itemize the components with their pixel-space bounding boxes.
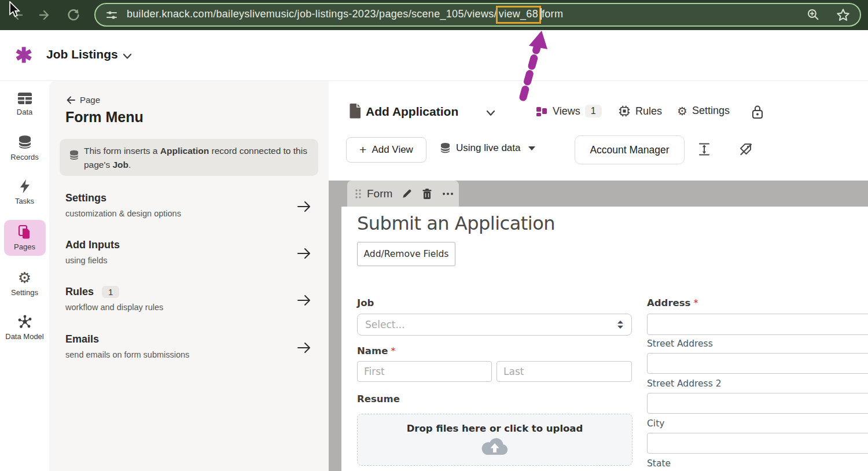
zoom-in-icon[interactable] (806, 8, 821, 22)
more-options-icon[interactable] (442, 192, 454, 196)
database-icon (440, 142, 451, 154)
form-preview-title: Submit an Application (357, 212, 555, 234)
browser-reload-button[interactable] (65, 6, 82, 24)
address-input[interactable] (647, 314, 868, 335)
menu-item-rules[interactable]: Rules1 workflow and display rules (65, 286, 314, 324)
nav-item-settings[interactable]: ⚙ Settings (4, 267, 46, 300)
knack-logo-icon[interactable]: ✱ (15, 43, 32, 68)
app-name: Job Listings (46, 47, 118, 61)
first-name-input[interactable] (357, 361, 492, 382)
site-settings-icon[interactable] (105, 8, 119, 22)
view-title-chevron-icon[interactable] (486, 109, 496, 117)
app-menu-chevron-icon[interactable] (122, 52, 133, 60)
nav-item-tasks[interactable]: Tasks (4, 176, 46, 208)
gear-icon: ⚙ (677, 105, 687, 117)
arrow-right-icon (297, 341, 312, 354)
address-field-label: Address* (647, 297, 698, 308)
drag-handle-icon[interactable] (354, 188, 362, 200)
database-icon (17, 135, 32, 150)
city-label: City (647, 418, 664, 429)
resume-field-label: Resume (357, 393, 400, 404)
nav-item-data[interactable]: Data (4, 88, 46, 120)
table-icon (17, 92, 32, 105)
forward-arrow-icon (38, 8, 53, 23)
chip-icon (618, 105, 631, 117)
caret-down-icon (528, 146, 535, 150)
job-select[interactable]: Select... (357, 314, 632, 336)
url-text[interactable]: builder.knack.com/baileyslivemusic/job-l… (127, 6, 563, 24)
form-menu-panel: Page Form Menu This form inserts a Appli… (49, 81, 329, 471)
resume-dropzone[interactable]: Drop files here or click to upload (357, 414, 632, 466)
primary-nav-rail: Data Records Tasks Pages ⚙ Settings Data… (0, 81, 49, 471)
reload-icon (66, 8, 81, 23)
rules-count-badge: 1 (102, 286, 119, 298)
views-blocks-icon (536, 106, 548, 117)
city-input[interactable] (647, 433, 868, 454)
add-remove-fields-button[interactable]: Add/Remove Fields (357, 242, 455, 266)
builder-main-area: Add Application Views 1 Rules ⚙ Settings… (329, 81, 868, 471)
form-view-header[interactable]: Form (347, 181, 459, 207)
cloud-upload-icon (480, 437, 509, 457)
name-field-label: Name* (357, 345, 396, 356)
street-address2-input[interactable] (647, 393, 868, 414)
bookmark-star-icon[interactable] (836, 8, 851, 23)
nav-item-records[interactable]: Records (4, 132, 46, 164)
form-info-text: This form inserts a Application record c… (84, 144, 312, 172)
arrow-right-icon (297, 294, 312, 307)
state-label: State (647, 458, 671, 469)
browser-toolbar: builder.knack.com/baileyslivemusic/job-l… (0, 0, 868, 30)
edit-pencil-icon[interactable] (402, 188, 413, 199)
preview-canvas: Form Submit an Application Add/Remove Fi… (329, 181, 868, 471)
select-arrows-icon (617, 320, 624, 329)
form-view-label: Form (367, 187, 392, 200)
tab-rules[interactable]: Rules (618, 105, 662, 117)
lightning-icon (18, 179, 32, 194)
street-address-label: Street Address (647, 338, 713, 349)
required-asterisk: * (391, 345, 395, 356)
nav-item-pages[interactable]: Pages (4, 220, 46, 256)
arrow-right-icon (297, 247, 312, 260)
knack-builder-screen: builder.knack.com/baileyslivemusic/job-l… (0, 0, 868, 471)
mouse-cursor (8, 1, 24, 19)
view-title: Add Application (366, 105, 458, 119)
page-doc-icon (350, 103, 362, 119)
fit-height-icon[interactable] (697, 142, 711, 156)
browser-forward-button[interactable] (36, 6, 54, 24)
data-mode-dropdown[interactable]: Using live data (440, 142, 535, 154)
nav-item-data-model[interactable]: Data Model (4, 311, 46, 344)
tag-off-icon[interactable] (739, 142, 753, 156)
last-name-input[interactable] (496, 361, 632, 382)
url-highlight-box: view_68 (496, 6, 541, 24)
back-arrow-icon (65, 95, 76, 105)
menu-item-add-inputs[interactable]: Add Inputs using fields (65, 239, 314, 277)
plus-icon: + (359, 145, 366, 155)
add-view-button[interactable]: + Add View (346, 137, 426, 163)
job-field-label: Job (357, 297, 374, 308)
back-to-page-link[interactable]: Page (65, 95, 100, 105)
menu-item-emails[interactable]: Emails send emails on form submissions (65, 333, 314, 371)
arrow-right-icon (297, 200, 312, 213)
address-bar[interactable]: builder.knack.com/baileyslivemusic/job-l… (94, 3, 861, 27)
pages-icon (17, 225, 32, 240)
app-header: ✱ Job Listings (0, 30, 868, 81)
menu-item-settings[interactable]: Settings customization & design options (65, 192, 314, 230)
tab-views[interactable]: Views 1 (536, 105, 602, 117)
form-preview-sheet: Submit an Application Add/Remove Fields … (341, 207, 868, 471)
delete-trash-icon[interactable] (422, 188, 432, 200)
gear-icon: ⚙ (18, 270, 31, 285)
database-icon (69, 150, 79, 161)
views-count-badge: 1 (585, 105, 602, 117)
required-asterisk: * (693, 297, 698, 308)
tab-settings[interactable]: ⚙ Settings (677, 105, 730, 117)
form-info-box: This form inserts a Application record c… (60, 139, 318, 176)
network-icon (17, 314, 32, 329)
account-manager-button[interactable]: Account Manager (575, 135, 685, 164)
street-address2-label: Street Address 2 (647, 378, 722, 389)
panel-title: Form Menu (65, 109, 144, 126)
street-address-input[interactable] (647, 353, 868, 374)
lock-icon[interactable] (751, 104, 764, 120)
